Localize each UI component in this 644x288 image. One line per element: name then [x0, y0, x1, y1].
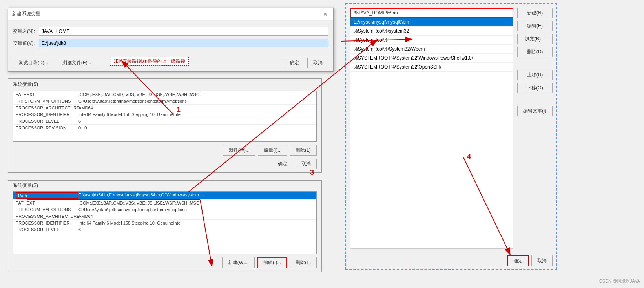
var-value-label: 变量值(V):: [13, 40, 36, 47]
table-row[interactable]: PROCESSOR_REVISION 0...0: [13, 125, 316, 131]
sysvars-top-table[interactable]: PATHEXT .COM;.EXE;.BAT;.CMD;.VBS;.VBE;.J…: [13, 91, 317, 142]
path-item-wbem[interactable]: %SystemRoot%\System32\Wbem: [350, 45, 513, 54]
new-var-dialog: 新建系统变量 ✕ 变量名(N): 变量值(V): 浏览目录(D)... 浏览文件…: [8, 8, 334, 72]
sysvars-top-buttons: 新建(W)... 编辑(I)... 删除(L): [13, 145, 317, 156]
table-row[interactable]: PROCESSOR_ARCHITECTURE AMD64: [13, 105, 316, 111]
path-dialog-footer: 确定 取消: [346, 253, 556, 269]
watermark: CSDN @阿斌啊JAVA: [599, 278, 640, 284]
path-item-powershell[interactable]: %SYSTEMROOT%\System32\WindowsPowerShell\…: [350, 54, 513, 63]
new-var-cancel-button[interactable]: 取消: [307, 58, 328, 68]
var-name-input[interactable]: [39, 27, 328, 36]
sysvars-top-dialog: 系统变量(S) PATHEXT .COM;.EXE;.BAT;.CMD;.VBS…: [8, 78, 322, 173]
sysvars-top-delete-button[interactable]: 删除(L): [290, 145, 317, 156]
table-row[interactable]: PHPSTORM_VM_OPTIONS C:\Users\yutao\.jetb…: [13, 206, 316, 213]
new-var-dialog-title: 新建系统变量: [12, 11, 40, 17]
sysvars-bottom-edit-button[interactable]: 编辑(I)...: [257, 257, 287, 268]
table-row[interactable]: PATHEXT .COM;.EXE;.BAT;.CMD;.VBS;.VBE;.J…: [13, 200, 316, 206]
path-edit-button[interactable]: 编辑(E): [517, 21, 553, 31]
path-cancel-button[interactable]: 取消: [531, 255, 553, 266]
path-item-openssh[interactable]: %SYSTEMROOT%\System32\OpenSSH\: [350, 63, 513, 72]
path-confirm-button[interactable]: 确定: [507, 255, 529, 266]
new-var-dialog-titlebar: 新建系统变量 ✕: [8, 8, 333, 20]
table-row[interactable]: PATHEXT .COM;.EXE;.BAT;.CMD;.VBS;.VBE;.J…: [13, 91, 316, 98]
sysvars-bottom-new-button[interactable]: 新建(W)...: [222, 257, 255, 268]
new-var-confirm-button[interactable]: 确定: [284, 58, 305, 68]
path-browse-button[interactable]: 浏览(B)...: [517, 34, 553, 44]
sysvars-top-edit-button[interactable]: 编辑(I)...: [258, 145, 287, 156]
sysvars-top-new-button[interactable]: 新建(W)...: [223, 145, 255, 156]
path-edit-text-button[interactable]: 编辑文本(I)...: [517, 106, 553, 116]
sysvars-bottom-dialog: 系统变量(S) Path E:\java\jdk8\bin;E:\mysql\m…: [8, 180, 322, 272]
path-delete-button[interactable]: 删除(D): [517, 47, 553, 57]
path-dialog-inner: %JAVA_HOME%\bin E:\mysql\mysql\mysql8\bi…: [346, 4, 556, 253]
path-item-mysql[interactable]: E:\mysql\mysql\mysql8\bin: [350, 18, 513, 27]
sysvars-top-label: 系统变量(S): [8, 79, 321, 90]
var-name-label: 变量名(N):: [13, 28, 36, 35]
table-row[interactable]: PROCESSOR_IDENTIFIER Intel64 Family 6 Mo…: [13, 111, 316, 118]
table-row-path[interactable]: Path E:\java\jdk8\bin;E:\mysql\mysql\mys…: [13, 192, 316, 200]
path-item-sysroot32[interactable]: %SystemRoot%\system32: [350, 27, 513, 36]
sysvars-top-cancel-button[interactable]: 取消: [296, 159, 317, 169]
table-row[interactable]: PROCESSOR_LEVEL 6: [13, 226, 316, 233]
sysvars-bottom-table[interactable]: Path E:\java\jdk8\bin;E:\mysql\mysql\mys…: [13, 191, 317, 254]
sysvars-top-confirm-row: 确定 取消: [13, 159, 317, 169]
table-row[interactable]: PROCESSOR_IDENTIFIER Intel64 Family 6 Mo…: [13, 220, 316, 226]
table-row[interactable]: PHPSTORM_VM_OPTIONS C:\Users\yutao\.jetb…: [13, 98, 316, 105]
path-item-java-home[interactable]: %JAVA_HOME%\bin: [350, 8, 513, 18]
sysvars-bottom-label: 系统变量(S): [8, 181, 321, 190]
path-edit-dialog: %JAVA_HOME%\bin E:\mysql\mysql\mysql8\bi…: [345, 3, 557, 270]
browse-dir-button[interactable]: 浏览目录(D)...: [13, 58, 54, 68]
new-var-close-button[interactable]: ✕: [321, 11, 329, 17]
table-row[interactable]: PROCESSOR_ARCHITECTURE AMD64: [13, 213, 316, 220]
path-list[interactable]: %JAVA_HOME%\bin E:\mysql\mysql\mysql8\bi…: [350, 8, 513, 249]
path-button-column: 新建(N) 编辑(E) 浏览(B)... 删除(D) 上移(U) 下移(O) 编…: [513, 4, 556, 253]
sysvars-top-confirm-button[interactable]: 确定: [272, 159, 293, 169]
var-value-row: 变量值(V):: [13, 39, 328, 47]
var-name-row: 变量名(N):: [13, 27, 328, 36]
path-new-button[interactable]: 新建(N): [517, 8, 553, 18]
path-up-button[interactable]: 上移(U): [517, 70, 553, 80]
table-row[interactable]: PROCESSOR_LEVEL 6: [13, 118, 316, 125]
new-var-btn-row: 浏览目录(D)... 浏览文件(E)... 确定 取消: [13, 58, 328, 68]
var-value-input[interactable]: [39, 39, 328, 47]
browse-file-button[interactable]: 浏览文件(E)...: [57, 58, 97, 68]
sysvars-bottom-delete-button[interactable]: 删除(L): [290, 257, 317, 268]
path-item-sysroot[interactable]: %SystemRoot%: [350, 36, 513, 45]
path-down-button[interactable]: 下移(O): [517, 83, 553, 93]
sysvars-bottom-buttons: 新建(W)... 编辑(I)... 删除(L): [13, 257, 317, 268]
